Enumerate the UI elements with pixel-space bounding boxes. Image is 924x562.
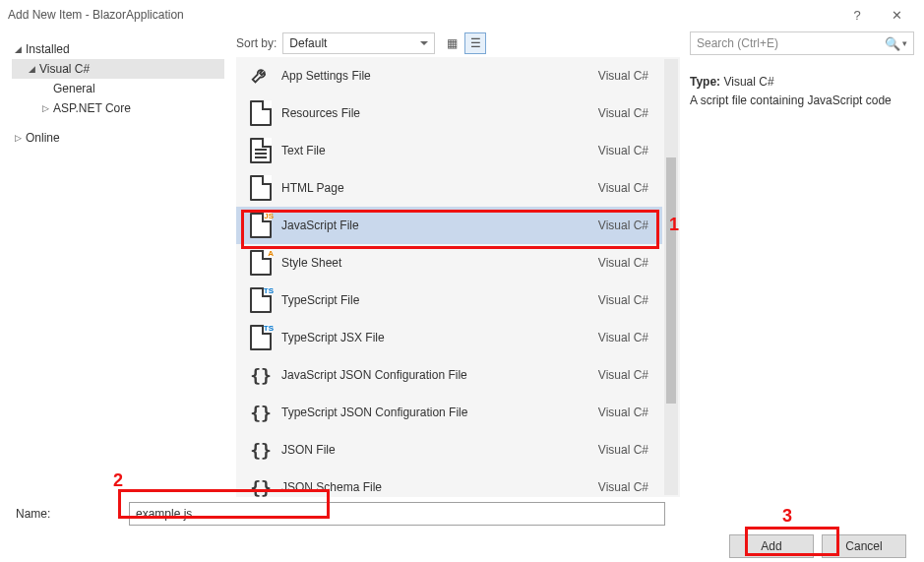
sort-by-label: Sort by: <box>236 36 277 50</box>
template-category: Visual C# <box>598 256 648 270</box>
template-row[interactable]: {}JSON Schema FileVisual C# <box>236 468 662 497</box>
template-category: Visual C# <box>598 406 648 419</box>
file-icon: TS <box>244 325 277 350</box>
file-icon: A <box>244 250 277 276</box>
template-row[interactable]: App Settings FileVisual C# <box>236 57 662 94</box>
template-label: TypeScript File <box>277 293 598 307</box>
wrench-icon <box>244 64 277 88</box>
template-category: Visual C# <box>598 480 648 494</box>
close-icon[interactable]: ✕ <box>877 8 916 23</box>
add-button[interactable]: Add <box>729 534 814 558</box>
template-category: Visual C# <box>598 219 648 232</box>
file-icon <box>244 100 277 126</box>
search-placeholder: Search (Ctrl+E) <box>697 36 885 50</box>
collapse-icon[interactable]: ◢ <box>12 44 24 54</box>
template-row[interactable]: HTML PageVisual C# <box>236 169 662 207</box>
template-label: TypeScript JSON Configuration File <box>277 406 598 419</box>
template-category: Visual C# <box>598 181 648 195</box>
name-label: Name: <box>16 507 129 521</box>
search-input[interactable]: Search (Ctrl+E) 🔍 ▾ <box>690 31 914 55</box>
template-label: Style Sheet <box>277 256 598 270</box>
template-label: TypeScript JSX File <box>277 331 598 344</box>
title-bar: Add New Item - BlazorApplication ? ✕ <box>0 0 924 30</box>
template-label: JavaScript File <box>277 219 598 232</box>
grid-icon: ▦ <box>447 36 458 50</box>
template-category: Visual C# <box>598 106 648 120</box>
template-category: Visual C# <box>598 368 648 382</box>
view-icons-button[interactable]: ▦ <box>441 32 462 54</box>
braces-icon: {} <box>244 401 277 424</box>
template-category: Visual C# <box>598 69 648 83</box>
cancel-button[interactable]: Cancel <box>822 534 906 558</box>
braces-icon: {} <box>244 475 277 497</box>
template-label: JSON File <box>277 443 598 457</box>
tree-item-visual-cs[interactable]: ◢Visual C# <box>12 59 224 79</box>
tree-item-online[interactable]: ▷Online <box>12 128 224 148</box>
template-category: Visual C# <box>598 331 648 344</box>
template-label: JavaScript JSON Configuration File <box>277 368 598 382</box>
scrollbar-thumb[interactable] <box>666 157 676 404</box>
template-label: JSON Schema File <box>277 480 598 494</box>
template-row[interactable]: {}JavaScript JSON Configuration FileVisu… <box>236 356 662 394</box>
info-panel: Search (Ctrl+E) 🔍 ▾ Type: Visual C# A sc… <box>680 30 924 497</box>
tree-item-aspnet[interactable]: ▷ASP.NET Core <box>12 98 224 118</box>
file-icon <box>244 138 277 163</box>
template-label: App Settings File <box>277 69 598 83</box>
file-icon: TS <box>244 287 277 313</box>
template-row[interactable]: TSTypeScript FileVisual C# <box>236 281 662 319</box>
template-row[interactable]: AStyle SheetVisual C# <box>236 244 662 281</box>
center-toolbar: Sort by: Default ▦ ☰ <box>236 30 680 57</box>
template-category: Visual C# <box>598 293 648 307</box>
template-description: A script file containing JavaScript code <box>690 92 914 110</box>
tree-item-general[interactable]: General <box>12 79 224 98</box>
view-list-button[interactable]: ☰ <box>464 32 486 54</box>
type-value: Visual C# <box>723 75 773 89</box>
template-category: Visual C# <box>598 443 648 457</box>
file-icon: JS <box>244 213 277 238</box>
list-icon: ☰ <box>470 36 481 50</box>
type-label: Type: <box>690 75 720 89</box>
window-title: Add New Item - BlazorApplication <box>8 8 837 22</box>
template-row[interactable]: TSTypeScript JSX FileVisual C# <box>236 319 662 356</box>
search-icon[interactable]: 🔍 <box>885 36 900 51</box>
scrollbar[interactable] <box>664 59 678 495</box>
template-row[interactable]: Resources FileVisual C# <box>236 94 662 132</box>
template-label: Resources File <box>277 106 598 120</box>
braces-icon: {} <box>244 363 277 387</box>
template-row[interactable]: {}JSON FileVisual C# <box>236 431 662 468</box>
dropdown-icon[interactable]: ▾ <box>902 38 907 48</box>
template-category: Visual C# <box>598 144 648 157</box>
expand-icon[interactable]: ▷ <box>12 133 24 143</box>
braces-icon: {} <box>244 438 277 462</box>
template-row[interactable]: {}TypeScript JSON Configuration FileVisu… <box>236 394 662 431</box>
expand-icon[interactable]: ▷ <box>39 103 51 113</box>
dialog-footer: Name: example.js Add Cancel <box>0 497 924 560</box>
name-input[interactable]: example.js <box>129 502 665 526</box>
collapse-icon[interactable]: ◢ <box>26 64 37 74</box>
category-tree: ◢Installed ◢Visual C# General ▷ASP.NET C… <box>0 30 236 497</box>
sort-by-dropdown[interactable]: Default <box>282 32 435 54</box>
file-icon <box>244 175 277 201</box>
template-label: HTML Page <box>277 181 598 195</box>
template-row[interactable]: Text FileVisual C# <box>236 132 662 169</box>
tree-item-installed[interactable]: ◢Installed <box>12 39 224 59</box>
template-label: Text File <box>277 144 598 157</box>
template-list: App Settings FileVisual C#Resources File… <box>236 57 680 497</box>
help-icon[interactable]: ? <box>837 8 877 23</box>
template-row[interactable]: JSJavaScript FileVisual C# <box>236 207 662 244</box>
